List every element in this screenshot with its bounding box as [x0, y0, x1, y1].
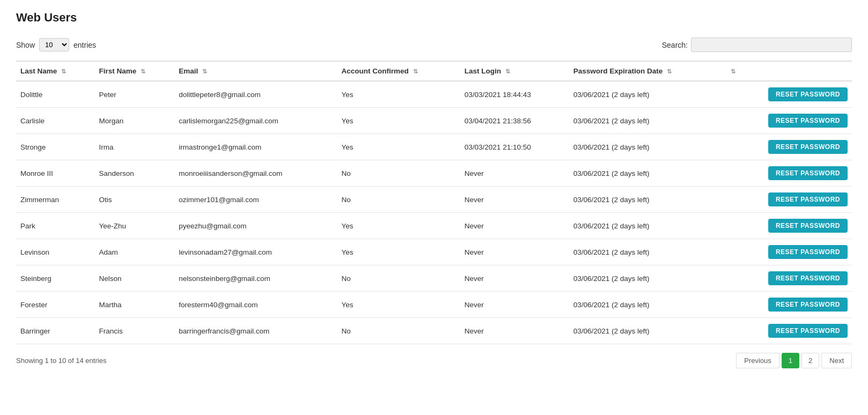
- reset-password-button[interactable]: RESET PASSWORD: [768, 219, 848, 233]
- cell-account-confirmed: No: [337, 265, 460, 292]
- cell-account-confirmed: Yes: [337, 108, 460, 134]
- sort-icon-last-name: ⇅: [61, 68, 66, 75]
- col-last-name[interactable]: Last Name ⇅: [16, 61, 95, 81]
- cell-first-name: Irma: [95, 134, 175, 160]
- cell-email: barringerfrancis@gmail.com: [174, 318, 337, 344]
- reset-password-button[interactable]: RESET PASSWORD: [768, 298, 848, 312]
- cell-action: RESET PASSWORD: [724, 239, 852, 265]
- previous-button[interactable]: Previous: [736, 353, 779, 368]
- reset-password-button[interactable]: RESET PASSWORD: [768, 271, 848, 285]
- cell-action: RESET PASSWORD: [724, 292, 852, 318]
- table-row: Steinberg Nelson nelsonsteinberg@gmail.c…: [16, 265, 852, 292]
- cell-first-name: Martha: [95, 292, 175, 318]
- reset-password-button[interactable]: RESET PASSWORD: [768, 140, 848, 154]
- cell-last-name: Monroe III: [16, 160, 95, 187]
- col-action[interactable]: ⇅: [724, 61, 852, 81]
- page-title: Web Users: [16, 11, 852, 25]
- cell-email: dolittlepeter8@gmail.com: [174, 81, 337, 108]
- cell-last-login: Never: [460, 213, 569, 239]
- table-body: Dolittle Peter dolittlepeter8@gmail.com …: [16, 81, 852, 344]
- footer: Showing 1 to 10 of 14 entries Previous 1…: [16, 353, 852, 368]
- cell-password-expiration: 03/06/2021 (2 days left): [569, 160, 724, 187]
- cell-first-name: Yee-Zhu: [95, 213, 175, 239]
- sort-icon-first-name: ⇅: [141, 68, 145, 75]
- reset-password-button[interactable]: RESET PASSWORD: [768, 192, 848, 206]
- table-row: Zimmerman Otis ozimmer101@gmail.com No N…: [16, 187, 852, 213]
- table-row: Park Yee-Zhu pyeezhu@gmail.com Yes Never…: [16, 213, 852, 239]
- reset-password-button[interactable]: RESET PASSWORD: [768, 166, 848, 180]
- cell-action: RESET PASSWORD: [724, 213, 852, 239]
- cell-last-name: Dolittle: [16, 81, 95, 108]
- entries-label: entries: [73, 41, 96, 49]
- cell-action: RESET PASSWORD: [724, 265, 852, 292]
- page-1-button[interactable]: 1: [782, 353, 799, 368]
- cell-email: irmastronge1@gmail.com: [174, 134, 337, 160]
- sort-icon-password-expiration: ⇅: [667, 68, 672, 75]
- reset-password-button[interactable]: RESET PASSWORD: [768, 324, 848, 338]
- table-row: Stronge Irma irmastronge1@gmail.com Yes …: [16, 134, 852, 160]
- cell-password-expiration: 03/06/2021 (2 days left): [569, 292, 724, 318]
- cell-first-name: Otis: [95, 187, 175, 213]
- page-2-button[interactable]: 2: [801, 353, 819, 368]
- sort-icon-last-login: ⇅: [505, 68, 510, 75]
- cell-password-expiration: 03/06/2021 (2 days left): [569, 187, 724, 213]
- cell-last-login: 03/04/2021 21:38:56: [460, 108, 569, 134]
- sort-icon-action: ⇅: [731, 68, 735, 75]
- col-first-name[interactable]: First Name ⇅: [95, 61, 175, 81]
- next-button[interactable]: Next: [821, 353, 852, 368]
- cell-last-login: Never: [460, 292, 569, 318]
- reset-password-button[interactable]: RESET PASSWORD: [768, 87, 848, 101]
- cell-first-name: Francis: [95, 318, 175, 344]
- cell-email: monroeiiisanderson@gmail.com: [174, 160, 337, 187]
- cell-action: RESET PASSWORD: [724, 134, 852, 160]
- col-account-confirmed[interactable]: Account Confirmed ⇅: [337, 61, 460, 81]
- cell-action: RESET PASSWORD: [724, 108, 852, 134]
- col-email[interactable]: Email ⇅: [174, 61, 337, 81]
- table-row: Monroe III Sanderson monroeiiisanderson@…: [16, 160, 852, 187]
- cell-account-confirmed: Yes: [337, 134, 460, 160]
- search-box: Search:: [662, 38, 852, 52]
- reset-password-button[interactable]: RESET PASSWORD: [768, 245, 848, 259]
- users-table: Last Name ⇅ First Name ⇅ Email ⇅ Account…: [16, 61, 852, 344]
- cell-password-expiration: 03/06/2021 (2 days left): [569, 213, 724, 239]
- col-last-login[interactable]: Last Login ⇅: [460, 61, 569, 81]
- cell-account-confirmed: Yes: [337, 81, 460, 108]
- cell-email: foresterm40@gmail.com: [174, 292, 337, 318]
- cell-password-expiration: 03/06/2021 (2 days left): [569, 318, 724, 344]
- col-password-expiration[interactable]: Password Expiration Date ⇅: [569, 61, 724, 81]
- cell-password-expiration: 03/06/2021 (2 days left): [569, 265, 724, 292]
- cell-email: ozimmer101@gmail.com: [174, 187, 337, 213]
- cell-account-confirmed: Yes: [337, 239, 460, 265]
- cell-password-expiration: 03/06/2021 (2 days left): [569, 108, 724, 134]
- table-row: Forester Martha foresterm40@gmail.com Ye…: [16, 292, 852, 318]
- cell-first-name: Sanderson: [95, 160, 175, 187]
- search-input[interactable]: [691, 38, 852, 52]
- sort-icon-account-confirmed: ⇅: [413, 68, 418, 75]
- cell-email: levinsonadam27@gmail.com: [174, 239, 337, 265]
- cell-last-login: Never: [460, 239, 569, 265]
- cell-first-name: Nelson: [95, 265, 175, 292]
- entries-select[interactable]: 10 25 50 100: [39, 38, 69, 51]
- cell-last-name: Carlisle: [16, 108, 95, 134]
- cell-last-login: Never: [460, 187, 569, 213]
- cell-last-name: Zimmerman: [16, 187, 95, 213]
- table-row: Barringer Francis barringerfrancis@gmail…: [16, 318, 852, 344]
- cell-action: RESET PASSWORD: [724, 160, 852, 187]
- cell-last-name: Barringer: [16, 318, 95, 344]
- cell-action: RESET PASSWORD: [724, 81, 852, 108]
- cell-last-name: Park: [16, 213, 95, 239]
- cell-email: pyeezhu@gmail.com: [174, 213, 337, 239]
- cell-last-name: Levinson: [16, 239, 95, 265]
- cell-first-name: Adam: [95, 239, 175, 265]
- table-row: Dolittle Peter dolittlepeter8@gmail.com …: [16, 81, 852, 108]
- cell-email: carlislemorgan225@gmail.com: [174, 108, 337, 134]
- cell-account-confirmed: Yes: [337, 213, 460, 239]
- show-label: Show: [16, 41, 35, 49]
- showing-text: Showing 1 to 10 of 14 entries: [16, 357, 106, 365]
- cell-last-name: Forester: [16, 292, 95, 318]
- cell-last-login: Never: [460, 318, 569, 344]
- cell-action: RESET PASSWORD: [724, 318, 852, 344]
- cell-action: RESET PASSWORD: [724, 187, 852, 213]
- reset-password-button[interactable]: RESET PASSWORD: [768, 114, 848, 128]
- search-label: Search:: [662, 41, 688, 49]
